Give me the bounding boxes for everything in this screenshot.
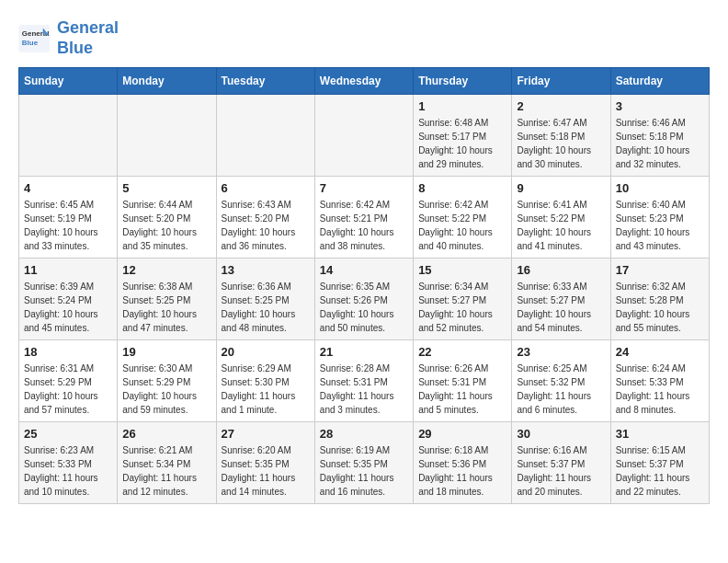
day-info: Sunrise: 6:32 AMSunset: 5:28 PMDaylight:…	[616, 280, 704, 335]
day-info: Sunrise: 6:24 AMSunset: 5:33 PMDaylight:…	[616, 362, 704, 417]
col-header-friday: Friday	[512, 68, 610, 95]
day-cell: 11Sunrise: 6:39 AMSunset: 5:24 PMDayligh…	[19, 259, 118, 340]
day-info: Sunrise: 6:19 AMSunset: 5:35 PMDaylight:…	[320, 443, 408, 499]
col-header-saturday: Saturday	[610, 68, 709, 95]
day-info: Sunrise: 6:47 AMSunset: 5:18 PMDaylight:…	[517, 116, 605, 171]
day-number: 11	[24, 263, 112, 277]
week-row-4: 18Sunrise: 6:31 AMSunset: 5:29 PMDayligh…	[19, 340, 710, 422]
day-info: Sunrise: 6:29 AMSunset: 5:30 PMDaylight:…	[222, 362, 310, 417]
day-info: Sunrise: 6:20 AMSunset: 5:35 PMDaylight:…	[222, 443, 310, 499]
day-number: 17	[616, 263, 704, 277]
day-cell: 9Sunrise: 6:41 AMSunset: 5:22 PMDaylight…	[512, 177, 610, 259]
day-number: 1	[418, 99, 506, 113]
day-number: 7	[320, 181, 408, 195]
page-header: General Blue GeneralBlue	[18, 18, 710, 58]
day-info: Sunrise: 6:30 AMSunset: 5:29 PMDaylight:…	[122, 362, 210, 417]
day-cell: 28Sunrise: 6:19 AMSunset: 5:35 PMDayligh…	[314, 422, 413, 504]
day-number: 27	[222, 427, 310, 441]
day-number: 5	[122, 181, 210, 195]
day-info: Sunrise: 6:18 AMSunset: 5:36 PMDaylight:…	[418, 443, 506, 499]
day-cell: 3Sunrise: 6:46 AMSunset: 5:18 PMDaylight…	[610, 95, 709, 177]
day-number: 12	[122, 263, 210, 277]
day-info: Sunrise: 6:44 AMSunset: 5:20 PMDaylight:…	[122, 198, 210, 253]
week-row-3: 11Sunrise: 6:39 AMSunset: 5:24 PMDayligh…	[19, 259, 710, 340]
day-info: Sunrise: 6:16 AMSunset: 5:37 PMDaylight:…	[517, 443, 605, 499]
svg-text:Blue: Blue	[22, 39, 39, 47]
day-cell: 6Sunrise: 6:43 AMSunset: 5:20 PMDaylight…	[216, 177, 314, 259]
day-cell: 14Sunrise: 6:35 AMSunset: 5:26 PMDayligh…	[314, 259, 413, 340]
day-number: 16	[517, 263, 605, 277]
day-number: 14	[320, 263, 408, 277]
day-info: Sunrise: 6:31 AMSunset: 5:29 PMDaylight:…	[24, 362, 112, 417]
day-cell: 22Sunrise: 6:26 AMSunset: 5:31 PMDayligh…	[414, 340, 512, 422]
day-cell: 2Sunrise: 6:47 AMSunset: 5:18 PMDaylight…	[512, 95, 610, 177]
day-info: Sunrise: 6:39 AMSunset: 5:24 PMDaylight:…	[24, 280, 112, 335]
day-number: 4	[24, 181, 112, 195]
day-info: Sunrise: 6:35 AMSunset: 5:26 PMDaylight:…	[320, 280, 408, 335]
day-info: Sunrise: 6:43 AMSunset: 5:20 PMDaylight:…	[222, 198, 310, 253]
day-info: Sunrise: 6:21 AMSunset: 5:34 PMDaylight:…	[122, 443, 210, 499]
day-info: Sunrise: 6:15 AMSunset: 5:37 PMDaylight:…	[616, 443, 704, 499]
col-header-wednesday: Wednesday	[314, 68, 413, 95]
day-info: Sunrise: 6:42 AMSunset: 5:21 PMDaylight:…	[320, 198, 408, 253]
day-cell: 7Sunrise: 6:42 AMSunset: 5:21 PMDaylight…	[314, 177, 413, 259]
day-info: Sunrise: 6:33 AMSunset: 5:27 PMDaylight:…	[517, 280, 605, 335]
day-cell: 15Sunrise: 6:34 AMSunset: 5:27 PMDayligh…	[414, 259, 512, 340]
day-info: Sunrise: 6:48 AMSunset: 5:17 PMDaylight:…	[418, 116, 506, 171]
day-cell: 21Sunrise: 6:28 AMSunset: 5:31 PMDayligh…	[314, 340, 413, 422]
day-cell: 19Sunrise: 6:30 AMSunset: 5:29 PMDayligh…	[118, 340, 216, 422]
day-number: 20	[222, 345, 310, 359]
day-cell: 23Sunrise: 6:25 AMSunset: 5:32 PMDayligh…	[512, 340, 610, 422]
day-number: 3	[616, 99, 704, 113]
day-cell: 4Sunrise: 6:45 AMSunset: 5:19 PMDaylight…	[19, 177, 118, 259]
day-info: Sunrise: 6:46 AMSunset: 5:18 PMDaylight:…	[616, 116, 704, 171]
week-row-5: 25Sunrise: 6:23 AMSunset: 5:33 PMDayligh…	[19, 422, 710, 504]
day-cell: 31Sunrise: 6:15 AMSunset: 5:37 PMDayligh…	[610, 422, 709, 504]
day-cell: 26Sunrise: 6:21 AMSunset: 5:34 PMDayligh…	[118, 422, 216, 504]
day-number: 23	[517, 345, 605, 359]
col-header-thursday: Thursday	[414, 68, 512, 95]
calendar-table: SundayMondayTuesdayWednesdayThursdayFrid…	[18, 67, 710, 504]
day-info: Sunrise: 6:28 AMSunset: 5:31 PMDaylight:…	[320, 362, 408, 417]
day-cell: 18Sunrise: 6:31 AMSunset: 5:29 PMDayligh…	[19, 340, 118, 422]
calendar-header-row: SundayMondayTuesdayWednesdayThursdayFrid…	[19, 68, 710, 95]
day-cell: 12Sunrise: 6:38 AMSunset: 5:25 PMDayligh…	[118, 259, 216, 340]
day-number: 29	[418, 427, 506, 441]
day-cell: 13Sunrise: 6:36 AMSunset: 5:25 PMDayligh…	[216, 259, 314, 340]
day-number: 10	[616, 181, 704, 195]
day-cell: 10Sunrise: 6:40 AMSunset: 5:23 PMDayligh…	[610, 177, 709, 259]
day-number: 22	[418, 345, 506, 359]
col-header-tuesday: Tuesday	[216, 68, 314, 95]
day-number: 21	[320, 345, 408, 359]
day-cell: 20Sunrise: 6:29 AMSunset: 5:30 PMDayligh…	[216, 340, 314, 422]
day-number: 28	[320, 427, 408, 441]
day-info: Sunrise: 6:38 AMSunset: 5:25 PMDaylight:…	[122, 280, 210, 335]
logo: General Blue GeneralBlue	[18, 18, 119, 58]
day-cell	[216, 95, 314, 177]
day-number: 18	[24, 345, 112, 359]
week-row-1: 1Sunrise: 6:48 AMSunset: 5:17 PMDaylight…	[19, 95, 710, 177]
day-info: Sunrise: 6:25 AMSunset: 5:32 PMDaylight:…	[517, 362, 605, 417]
day-cell: 8Sunrise: 6:42 AMSunset: 5:22 PMDaylight…	[414, 177, 512, 259]
day-cell: 27Sunrise: 6:20 AMSunset: 5:35 PMDayligh…	[216, 422, 314, 504]
logo-text: GeneralBlue	[57, 18, 119, 58]
day-number: 25	[24, 427, 112, 441]
col-header-monday: Monday	[118, 68, 216, 95]
day-cell: 25Sunrise: 6:23 AMSunset: 5:33 PMDayligh…	[19, 422, 118, 504]
day-number: 15	[418, 263, 506, 277]
logo-icon: General Blue	[18, 25, 51, 52]
day-info: Sunrise: 6:26 AMSunset: 5:31 PMDaylight:…	[418, 362, 506, 417]
day-cell	[118, 95, 216, 177]
day-number: 2	[517, 99, 605, 113]
day-cell: 29Sunrise: 6:18 AMSunset: 5:36 PMDayligh…	[414, 422, 512, 504]
day-info: Sunrise: 6:34 AMSunset: 5:27 PMDaylight:…	[418, 280, 506, 335]
day-number: 9	[517, 181, 605, 195]
day-cell: 30Sunrise: 6:16 AMSunset: 5:37 PMDayligh…	[512, 422, 610, 504]
day-cell: 17Sunrise: 6:32 AMSunset: 5:28 PMDayligh…	[610, 259, 709, 340]
day-info: Sunrise: 6:40 AMSunset: 5:23 PMDaylight:…	[616, 198, 704, 253]
day-info: Sunrise: 6:36 AMSunset: 5:25 PMDaylight:…	[222, 280, 310, 335]
day-info: Sunrise: 6:45 AMSunset: 5:19 PMDaylight:…	[24, 198, 112, 253]
day-number: 30	[517, 427, 605, 441]
day-number: 26	[122, 427, 210, 441]
day-info: Sunrise: 6:42 AMSunset: 5:22 PMDaylight:…	[418, 198, 506, 253]
